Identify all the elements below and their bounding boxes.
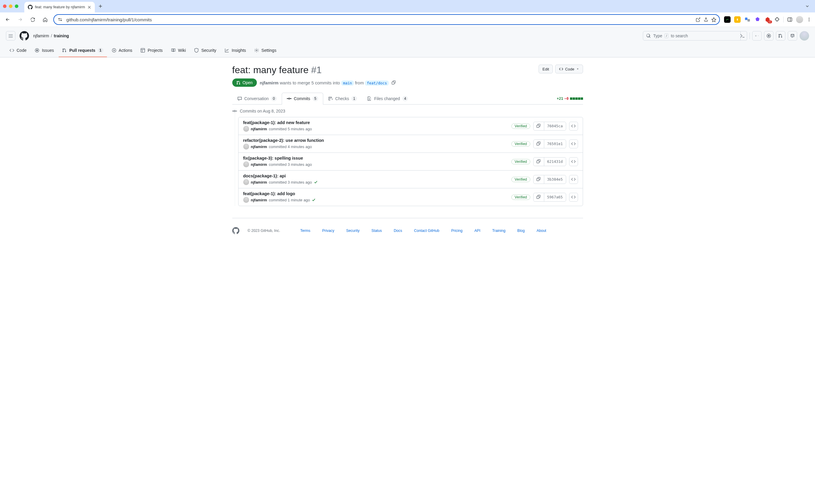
bookmark-icon[interactable] [711, 17, 716, 22]
verified-badge[interactable]: Verified [511, 141, 530, 147]
footer-link[interactable]: About [537, 229, 546, 233]
back-button[interactable] [4, 15, 12, 24]
tabs-expand-icon[interactable] [805, 4, 812, 9]
footer-link[interactable]: Contact GitHub [414, 229, 440, 233]
code-button[interactable]: Code [555, 65, 583, 73]
nav-actions[interactable]: Actions [108, 45, 136, 57]
verified-badge[interactable]: Verified [511, 159, 530, 164]
notifications-button[interactable] [788, 31, 797, 41]
commit-title[interactable]: docs(package-1): api [243, 174, 512, 178]
copy-sha-button[interactable] [534, 140, 544, 148]
author-avatar[interactable] [243, 126, 249, 132]
nav-insights[interactable]: Insights [221, 45, 249, 57]
author-avatar[interactable] [243, 161, 249, 167]
address-bar[interactable]: github.com/njfamirm/training/pull/1/comm… [53, 14, 720, 25]
nav-projects[interactable]: Projects [137, 45, 166, 57]
footer-link[interactable]: Privacy [322, 229, 334, 233]
nav-pull-requests[interactable]: Pull requests1 [59, 45, 107, 57]
browse-repo-button[interactable] [569, 193, 578, 202]
github-logo-icon[interactable] [20, 31, 29, 41]
check-icon[interactable] [312, 198, 316, 202]
side-panel-icon[interactable] [787, 17, 792, 22]
commit-sha[interactable]: 621431d [544, 158, 566, 166]
commit-sha[interactable]: 3b384e5 [544, 175, 566, 184]
extension-icon[interactable] [724, 16, 731, 23]
commit-author[interactable]: njfamirm [251, 180, 267, 184]
footer-link[interactable]: Blog [517, 229, 525, 233]
footer-link[interactable]: Pricing [451, 229, 463, 233]
copy-sha-button[interactable] [534, 158, 544, 166]
base-branch[interactable]: main [341, 81, 354, 86]
forward-button[interactable] [16, 15, 24, 24]
minimize-window-icon[interactable] [9, 4, 12, 8]
commit-title[interactable]: feat(package-1): add new feature [243, 120, 512, 125]
footer-link[interactable]: Security [346, 229, 359, 233]
author-avatar[interactable] [243, 197, 249, 203]
extensions-menu-icon[interactable] [774, 17, 780, 22]
user-avatar[interactable] [800, 31, 809, 41]
footer-link[interactable]: API [474, 229, 480, 233]
home-button[interactable] [41, 15, 49, 24]
browse-repo-button[interactable] [569, 175, 578, 184]
footer-link[interactable]: Terms [300, 229, 310, 233]
command-palette-button[interactable] [738, 31, 747, 41]
tab-checks[interactable]: Checks1 [323, 93, 362, 104]
tab-close-icon[interactable] [87, 5, 91, 9]
extension-icon[interactable] [734, 16, 741, 23]
share-icon[interactable] [704, 17, 708, 22]
browse-repo-button[interactable] [569, 122, 578, 131]
footer-link[interactable]: Docs [394, 229, 402, 233]
open-external-icon[interactable] [696, 17, 701, 22]
chrome-menu-icon[interactable] [807, 17, 811, 22]
nav-issues[interactable]: Issues [31, 45, 57, 57]
commit-author[interactable]: njfamirm [251, 162, 267, 167]
tab-conversation[interactable]: Conversation0 [232, 93, 282, 104]
footer-link[interactable]: Training [492, 229, 506, 233]
reload-button[interactable] [28, 15, 37, 24]
verified-badge[interactable]: Verified [511, 177, 530, 182]
footer-link[interactable]: Status [371, 229, 382, 233]
verified-badge[interactable]: Verified [511, 123, 530, 129]
window-controls[interactable] [3, 4, 18, 8]
tab-commits[interactable]: Commits5 [282, 93, 323, 105]
issues-button[interactable] [764, 31, 774, 41]
nav-wiki[interactable]: Wiki [167, 45, 189, 57]
head-branch[interactable]: feat/docs [365, 81, 389, 86]
profile-avatar[interactable] [796, 16, 803, 23]
github-logo-icon[interactable] [232, 227, 239, 234]
commit-author[interactable]: njfamirm [251, 127, 267, 131]
maximize-window-icon[interactable] [15, 4, 18, 8]
nav-settings[interactable]: Settings [251, 45, 280, 57]
breadcrumb-repo[interactable]: training [54, 33, 69, 38]
create-new-button[interactable] [752, 31, 762, 41]
tab-files[interactable]: Files changed4 [362, 93, 413, 104]
commit-title[interactable]: feat(package-1): add logo [243, 191, 512, 196]
author-avatar[interactable] [243, 144, 249, 150]
commit-title[interactable]: refactor(package-2): use arrow function [243, 138, 512, 143]
nav-code[interactable]: Code [6, 45, 30, 57]
copy-sha-button[interactable] [534, 122, 544, 130]
check-icon[interactable] [314, 180, 318, 184]
commit-title[interactable]: fix(package-3): spelling issue [243, 156, 512, 160]
commit-sha[interactable]: 76045ca [544, 122, 566, 130]
search-input[interactable]: Type / to search [643, 31, 741, 41]
copy-sha-button[interactable] [534, 193, 544, 201]
extension-icon[interactable] [764, 16, 771, 23]
browser-tab[interactable]: feat: many feature by njfamirm [24, 2, 95, 12]
hamburger-menu-button[interactable] [6, 31, 15, 41]
commit-author[interactable]: njfamirm [251, 145, 267, 149]
edit-button[interactable]: Edit [539, 65, 553, 73]
extension-icon[interactable] [754, 16, 761, 23]
pr-author[interactable]: njfamirm [260, 80, 278, 85]
translate-icon[interactable] [744, 16, 751, 23]
verified-badge[interactable]: Verified [511, 195, 530, 200]
commit-sha[interactable]: 76501e1 [544, 140, 566, 148]
new-tab-button[interactable] [98, 4, 103, 9]
close-window-icon[interactable] [3, 4, 7, 8]
nav-security[interactable]: Security [190, 45, 220, 57]
site-info-icon[interactable] [57, 16, 63, 23]
commit-author[interactable]: njfamirm [251, 198, 267, 202]
browse-repo-button[interactable] [569, 139, 578, 148]
breadcrumb-owner[interactable]: njfamirm [33, 33, 49, 38]
copy-sha-button[interactable] [534, 175, 544, 184]
